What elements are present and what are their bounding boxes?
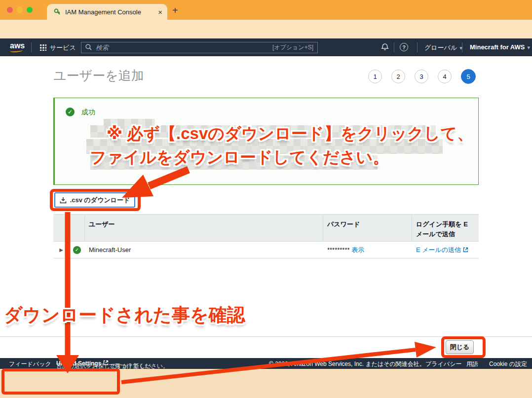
cookie-settings-link[interactable]: Cookie の設定	[489, 360, 527, 368]
annotation-note-line1: ※ 必ず【.csvのダウンロード】をクリックして、	[107, 123, 473, 145]
services-grid-icon[interactable]	[39, 44, 46, 51]
search-icon	[85, 44, 92, 52]
wizard-step-1[interactable]: 1	[368, 70, 382, 83]
aws-footer: フィードバック 言語の選択をお探しですか? 新しい Unified Settin…	[0, 358, 532, 369]
browser-tab[interactable]: IAM Management Console ×	[47, 4, 167, 20]
search-shortcut-hint: [オプション+S]	[272, 43, 313, 52]
success-check-icon	[66, 108, 75, 116]
terms-link[interactable]: 用語	[466, 360, 478, 368]
page-title: ユーザーを追加	[53, 67, 144, 84]
tab-close-icon[interactable]: ×	[158, 8, 162, 16]
search-input[interactable]	[96, 44, 272, 51]
wizard-step-4[interactable]: 4	[438, 70, 452, 83]
aws-logo[interactable]: aws	[10, 41, 25, 52]
feedback-link[interactable]: フィードバック	[9, 360, 51, 368]
aws-nav-bar: aws サービス [オプション+S] ? グローバル Minecraft for…	[0, 38, 532, 56]
password-masked: *********	[327, 246, 350, 253]
copyright-text: © 2022, Amazon Web Services, Inc. またはその関…	[269, 360, 425, 368]
annotation-confirm-text: ダウンロードされた事を確認	[4, 303, 245, 327]
window-maximize-button[interactable]	[27, 7, 33, 13]
external-link-icon	[463, 246, 468, 254]
account-menu[interactable]: Minecraft for AWS	[470, 43, 530, 51]
wizard-step-5-active[interactable]: 5	[461, 69, 476, 84]
app-window: IAM Management Console × + ← → us-east-1…	[0, 0, 532, 398]
key-favicon-icon	[54, 8, 61, 15]
send-email-link[interactable]: E メールの送信	[416, 246, 461, 253]
new-tab-button[interactable]: +	[172, 5, 178, 16]
row-status-check-icon	[73, 246, 81, 254]
col-header-password: パスワード	[323, 215, 412, 241]
annotation-note-line2: ファイルをダウンロードしてください。	[90, 146, 389, 169]
help-icon[interactable]: ?	[400, 43, 408, 51]
annotation-box-close-button	[441, 336, 486, 358]
region-selector[interactable]: グローバル	[424, 43, 462, 52]
language-hint: 言語の選択をお探しですか? 新しい Unified Settings で見つけて…	[56, 360, 109, 367]
wizard-step-2[interactable]: 2	[391, 70, 405, 83]
annotation-box-downloaded-file	[1, 368, 120, 395]
success-status-label: 成功	[81, 108, 95, 117]
services-menu[interactable]: サービス	[50, 43, 76, 52]
wizard-steps: 1 2 3 4 5	[368, 69, 476, 84]
password-cell: ********* 表示	[323, 246, 412, 254]
browser-tab-strip: IAM Management Console × +	[0, 0, 532, 20]
wizard-step-3[interactable]: 3	[415, 70, 428, 83]
notifications-bell-icon[interactable]	[381, 43, 389, 53]
privacy-link[interactable]: プライバシー	[425, 360, 461, 368]
browser-toolbar: ← → us-east-1.console.aws.amazon.com/iam…	[0, 20, 532, 38]
annotation-box-csv-button	[50, 189, 141, 211]
aws-search-box[interactable]: [オプション+S]	[81, 42, 318, 53]
table-header-row: ユーザー パスワード ログイン手順を E メールで送信	[53, 214, 479, 242]
col-header-user: ユーザー	[85, 215, 323, 241]
expand-row-icon[interactable]: ▶	[53, 247, 69, 253]
email-cell: E メールの送信	[412, 245, 479, 254]
col-header-email: ログイン手順を E メールで送信	[412, 215, 479, 241]
show-password-link[interactable]: 表示	[351, 246, 364, 253]
window-minimize-button[interactable]	[17, 7, 23, 13]
tab-title: IAM Management Console	[65, 8, 158, 16]
table-row: ▶ Minecraft-User ********* 表示 E メールの送信	[53, 242, 479, 258]
users-table: ユーザー パスワード ログイン手順を E メールで送信 ▶ Minecraft-…	[53, 214, 479, 258]
window-close-button[interactable]	[7, 7, 13, 13]
user-name-cell: Minecraft-User	[85, 246, 323, 253]
